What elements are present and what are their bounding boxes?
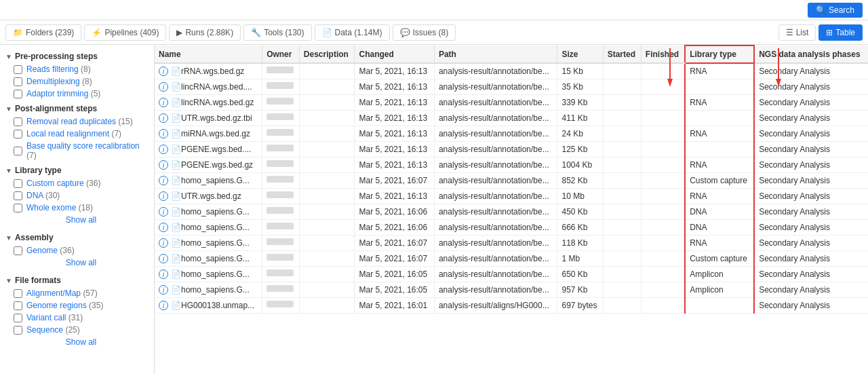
search-button[interactable]: 🔍 Search [808,3,863,18]
nav-data[interactable]: 📄 Data (1.14M) [315,24,390,41]
genome-checkbox[interactable] [14,246,22,255]
cell-library_type: RNA [685,189,754,204]
nav-pipelines[interactable]: ⚡ Pipelines (409) [84,24,166,41]
library-type-show-all[interactable]: Show all [0,214,154,229]
table-row[interactable]: i📄 homo_sapiens.G... Mar 5, 2021, 16:05a… [155,267,868,282]
info-icon[interactable]: i [159,160,168,170]
sidebar-item-removal-duplicates[interactable]: Removal read duplicates (15) [0,115,154,128]
sidebar-section-post-alignment[interactable]: ▼ Post-alignment steps [0,100,154,115]
cell-changed: Mar 5, 2021, 16:13 [355,111,434,126]
reads-filtering-checkbox[interactable] [14,65,22,74]
table-row[interactable]: i📄 lincRNA.wgs.bed.gz Mar 5, 2021, 16:13… [155,95,868,111]
info-icon[interactable]: i [159,191,168,201]
sidebar-item-alignment-map[interactable]: Alignment/Map (57) [0,287,154,299]
owner-blurred [267,98,294,105]
table-row[interactable]: i📄 homo_sapiens.G... Mar 5, 2021, 16:07a… [155,251,868,267]
cell-library_type: Amplicon [685,282,754,298]
table-row[interactable]: i📄 homo_sapiens.G... Mar 5, 2021, 16:07a… [155,173,868,189]
sidebar-section-assembly[interactable]: ▼ Assembly [0,229,154,244]
cell-started [603,189,641,204]
sidebar-item-reads-filtering[interactable]: Reads filtering (8) [0,63,154,75]
cell-owner [262,251,300,267]
genome-regions-checkbox[interactable] [14,301,22,310]
cell-path: analysis-result/annotation/be... [434,95,557,111]
nav-issues[interactable]: 💬 Issues (8) [393,24,456,41]
sidebar-item-genome-regions[interactable]: Genome regions (35) [0,299,154,312]
col-path: Path [434,45,557,63]
info-icon[interactable]: i [159,254,168,263]
table-row[interactable]: i📄 UTR.wgs.bed.gz.tbi Mar 5, 2021, 16:13… [155,111,868,126]
sidebar-section-library-type[interactable]: ▼ Library type [0,162,154,177]
nav-folders[interactable]: 📁 Folders (239) [5,24,81,41]
table-row[interactable]: i📄 PGENE.wgs.bed.gz Mar 5, 2021, 16:13an… [155,157,868,173]
cell-owner [262,298,300,314]
info-icon[interactable]: i [159,113,168,123]
sidebar-item-base-quality[interactable]: Base quality score recalibration (7) [0,140,154,162]
cell-name: i📄 homo_sapiens.G... [155,282,262,298]
sidebar-section-pre-processing[interactable]: ▼ Pre-processing steps [0,48,154,63]
info-icon[interactable]: i [159,98,168,107]
file-formats-show-all[interactable]: Show all [0,336,154,351]
table-row[interactable]: i📄 PGENE.wgs.bed.... Mar 5, 2021, 16:13a… [155,142,868,157]
info-icon[interactable]: i [159,82,168,92]
info-icon[interactable]: i [159,238,168,248]
info-icon[interactable]: i [159,207,168,217]
cell-ngs_phases: Secondary Analysis [754,236,868,251]
info-icon[interactable]: i [159,269,168,279]
sidebar-item-variant-call[interactable]: Variant call (31) [0,312,154,324]
table-row[interactable]: i📄 homo_sapiens.G... Mar 5, 2021, 16:06a… [155,220,868,236]
view-table-button[interactable]: ⊞ Table [818,24,863,41]
table-row[interactable]: i📄 miRNA.wgs.bed.gz Mar 5, 2021, 16:13an… [155,126,868,142]
base-quality-checkbox[interactable] [14,147,22,155]
demultiplexing-checkbox[interactable] [14,77,22,86]
sidebar-item-demultiplexing[interactable]: Demultiplexing (8) [0,75,154,88]
nav-data-label: Data (1.14M) [335,28,382,37]
info-icon[interactable]: i [159,223,168,232]
cell-finished [641,220,685,236]
local-realignment-checkbox[interactable] [14,130,22,138]
table-row[interactable]: i📄 HG000138.unmap... Mar 5, 2021, 16:01a… [155,298,868,314]
nav-runs[interactable]: ▶ Runs (2.88K) [169,24,241,41]
cell-name: i📄 rRNA.wgs.bed.gz [155,63,262,79]
sequence-checkbox[interactable] [14,326,22,335]
whole-exome-checkbox[interactable] [14,204,22,212]
table-row[interactable]: i📄 homo_sapiens.G... Mar 5, 2021, 16:06a… [155,204,868,220]
sidebar-item-adaptor-trimming[interactable]: Adaptor trimming (5) [0,88,154,100]
sidebar-item-genome[interactable]: Genome (36) [0,244,154,257]
cell-ngs_phases: Secondary Analysis [754,267,868,282]
table-row[interactable]: i📄 rRNA.wgs.bed.gz Mar 5, 2021, 16:13ana… [155,63,868,79]
cell-path: analysis-result/annotation/be... [434,251,557,267]
dna-checkbox[interactable] [14,191,22,200]
cell-description [299,111,355,126]
custom-capture-checkbox[interactable] [14,179,22,188]
sidebar-item-custom-capture[interactable]: Custom capture (36) [0,177,154,189]
sidebar-item-local-realignment[interactable]: Local read realignment (7) [0,128,154,140]
cell-size: 339 Kb [557,95,603,111]
sidebar-item-sequence[interactable]: Sequence (25) [0,324,154,336]
table-row[interactable]: i📄 lincRNA.wgs.bed.... Mar 5, 2021, 16:1… [155,79,868,95]
info-icon[interactable]: i [159,129,168,138]
alignment-map-checkbox[interactable] [14,289,22,298]
adaptor-trimming-checkbox[interactable] [14,90,22,98]
table-row[interactable]: i📄 UTR.wgs.bed.gz Mar 5, 2021, 16:13anal… [155,189,868,204]
cell-description [299,95,355,111]
nav-tools[interactable]: 🔧 Tools (130) [243,24,311,41]
info-icon[interactable]: i [159,145,168,154]
table-row[interactable]: i📄 homo_sapiens.G... Mar 5, 2021, 16:07a… [155,236,868,251]
assembly-show-all[interactable]: Show all [0,257,154,272]
sidebar-item-dna[interactable]: DNA (30) [0,189,154,202]
sidebar-section-file-formats[interactable]: ▼ File formats [0,272,154,287]
variant-call-checkbox[interactable] [14,314,22,322]
cell-library_type [685,79,754,95]
info-icon[interactable]: i [159,176,168,185]
removal-duplicates-checkbox[interactable] [14,117,22,126]
file-icon: 📄 [171,129,181,138]
info-icon[interactable]: i [159,301,168,310]
info-icon[interactable]: i [159,67,168,76]
sidebar-item-whole-exome[interactable]: Whole exome (18) [0,202,154,214]
cell-changed: Mar 5, 2021, 16:05 [355,267,434,282]
issues-icon: 💬 [400,28,410,37]
table-row[interactable]: i📄 homo_sapiens.G... Mar 5, 2021, 16:05a… [155,282,868,298]
info-icon[interactable]: i [159,285,168,295]
view-list-button[interactable]: ☰ List [778,24,816,41]
